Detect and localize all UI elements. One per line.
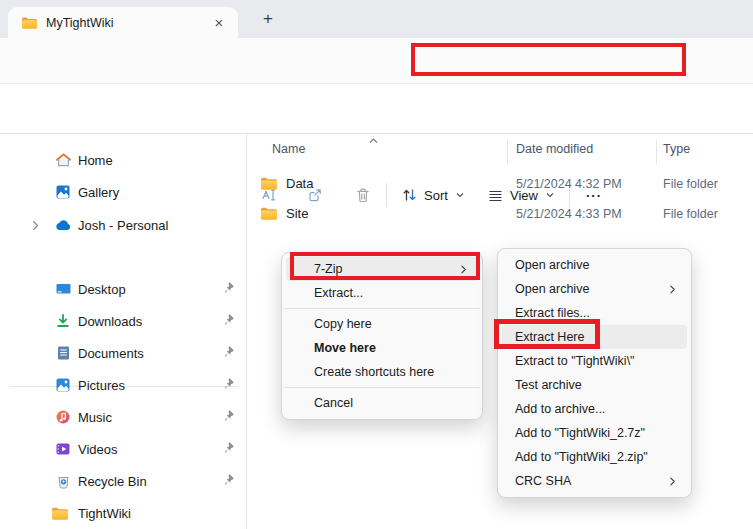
pin-icon (220, 281, 236, 297)
submenu-item-extract-files[interactable]: Extract files... (502, 301, 687, 325)
menu-divider (284, 387, 480, 388)
documents-icon (54, 344, 72, 362)
pin-icon (220, 473, 236, 489)
submenu-item-crc-sha[interactable]: CRC SHA (502, 469, 687, 493)
column-header-name[interactable]: Name (272, 142, 305, 156)
menu-item-label: CRC SHA (515, 474, 571, 488)
file-row-data[interactable]: Data 5/21/2024 4:32 PM File folder (248, 170, 753, 198)
menu-item-cancel[interactable]: Cancel (286, 391, 478, 415)
submenu-item-extract-here[interactable]: Extract Here (502, 325, 687, 349)
menu-item-label: Open archive (515, 282, 589, 296)
menu-item-7zip[interactable]: 7-Zip (286, 257, 478, 281)
submenu-item-add-to-7z[interactable]: Add to "TightWiki_2.7z" (502, 421, 687, 445)
context-menu: 7-Zip Extract... Copy here Move here Cre… (281, 252, 483, 420)
recycle-bin-icon (54, 472, 72, 490)
menu-item-label: 7-Zip (314, 262, 342, 276)
sidebar-item-gallery[interactable]: Gallery (6, 176, 241, 208)
sidebar-item-desktop[interactable]: Desktop (6, 273, 241, 305)
menu-item-copy-here[interactable]: Copy here (286, 312, 478, 336)
menu-item-move-here[interactable]: Move here (286, 336, 478, 360)
new-tab-button[interactable]: + (257, 9, 279, 31)
pin-icon (220, 409, 236, 425)
menu-item-label: Extract files... (515, 306, 590, 320)
videos-icon (54, 440, 72, 458)
sidebar-item-tightwiki[interactable]: TightWiki (6, 497, 241, 529)
column-header-date-modified[interactable]: Date modified (516, 142, 593, 156)
submenu-chevron-icon (459, 264, 478, 275)
sidebar-item-onedrive-personal[interactable]: Josh - Personal (6, 209, 241, 241)
file-type: File folder (663, 207, 718, 221)
column-header-type[interactable]: Type (663, 142, 690, 156)
home-icon (54, 151, 72, 169)
column-divider[interactable] (507, 140, 508, 164)
sidebar-item-label: Music (78, 410, 112, 425)
sidebar-item-music[interactable]: Music (6, 401, 241, 433)
sidebar-item-downloads[interactable]: Downloads (6, 305, 241, 337)
file-name: Data (286, 176, 313, 191)
menu-item-label: Copy here (314, 317, 372, 331)
gallery-icon (54, 183, 72, 201)
tab-close-icon[interactable]: × (210, 14, 228, 32)
folder-icon (21, 15, 37, 31)
menu-item-label: Test archive (515, 378, 582, 392)
menu-item-label: Extract... (314, 286, 363, 300)
sidebar-item-videos[interactable]: Videos (6, 433, 241, 465)
menu-item-label: Extract Here (515, 330, 584, 344)
menu-item-label: Extract to "TightWiki\" (515, 354, 635, 368)
navigation-bar: ← → ↑ This PC Windows (C:) inetpub MyTig… (0, 38, 753, 84)
submenu-chevron-icon (668, 284, 687, 295)
sidebar-item-recycle-bin[interactable]: Recycle Bin (6, 465, 241, 497)
pictures-icon (54, 376, 72, 394)
menu-item-label: Create shortcuts here (314, 365, 434, 379)
menu-item-label: Cancel (314, 396, 353, 410)
sidebar-item-label: Home (78, 153, 113, 168)
music-icon (54, 408, 72, 426)
submenu-item-open-archive-with[interactable]: Open archive (502, 277, 687, 301)
onedrive-cloud-icon (54, 216, 72, 234)
expand-chevron-icon[interactable] (30, 219, 42, 231)
navigation-pane: Home Gallery Josh - Personal (0, 134, 247, 529)
file-date-modified: 5/21/2024 4:32 PM (516, 177, 622, 191)
sidebar-item-label: Downloads (78, 314, 142, 329)
menu-item-label: Add to "TightWiki_2.7z" (515, 426, 645, 440)
pin-icon (220, 441, 236, 457)
submenu-item-add-to-archive[interactable]: Add to archive... (502, 397, 687, 421)
submenu-item-open-archive[interactable]: Open archive (502, 253, 687, 277)
menu-item-label: Add to "TightWiki_2.zip" (515, 450, 648, 464)
menu-divider (284, 308, 480, 309)
file-name: Site (286, 206, 308, 221)
column-divider[interactable] (656, 140, 657, 164)
sidebar-item-home[interactable]: Home (6, 144, 241, 176)
menu-item-label: Add to archive... (515, 402, 605, 416)
submenu-item-add-to-zip[interactable]: Add to "TightWiki_2.zip" (502, 445, 687, 469)
sidebar-item-pictures[interactable]: Pictures (6, 369, 241, 401)
sidebar-item-label: Gallery (78, 185, 119, 200)
seven-zip-submenu: Open archive Open archive Extract files.… (497, 248, 692, 498)
file-type: File folder (663, 177, 718, 191)
sidebar-item-label: Videos (78, 442, 118, 457)
submenu-item-extract-to[interactable]: Extract to "TightWiki\" (502, 349, 687, 373)
explorer-tab[interactable]: MyTightWiki × (8, 7, 238, 38)
downloads-icon (54, 312, 72, 330)
sidebar-item-label: Josh - Personal (78, 218, 168, 233)
file-row-site[interactable]: Site 5/21/2024 4:33 PM File folder (248, 200, 753, 228)
sort-ascending-icon[interactable] (368, 133, 379, 148)
folder-icon (260, 175, 277, 195)
sidebar-item-label: TightWiki (78, 506, 131, 521)
desktop-icon (54, 280, 72, 298)
file-explorer-window: MyTightWiki × + ← → ↑ This PC Windows (C… (0, 0, 753, 529)
menu-item-create-shortcuts-here[interactable]: Create shortcuts here (286, 360, 478, 384)
file-date-modified: 5/21/2024 4:33 PM (516, 207, 622, 221)
menu-item-label: Move here (314, 341, 376, 355)
sidebar-item-label: Desktop (78, 282, 126, 297)
sidebar-item-label: Documents (78, 346, 144, 361)
submenu-item-test-archive[interactable]: Test archive (502, 373, 687, 397)
submenu-chevron-icon (668, 476, 687, 487)
menu-item-extract[interactable]: Extract... (286, 281, 478, 305)
pin-icon (220, 313, 236, 329)
menu-item-label: Open archive (515, 258, 589, 272)
tab-title: MyTightWiki (46, 16, 210, 30)
tab-bar: MyTightWiki × + (0, 0, 753, 38)
sidebar-item-documents[interactable]: Documents (6, 337, 241, 369)
pin-icon (220, 345, 236, 361)
